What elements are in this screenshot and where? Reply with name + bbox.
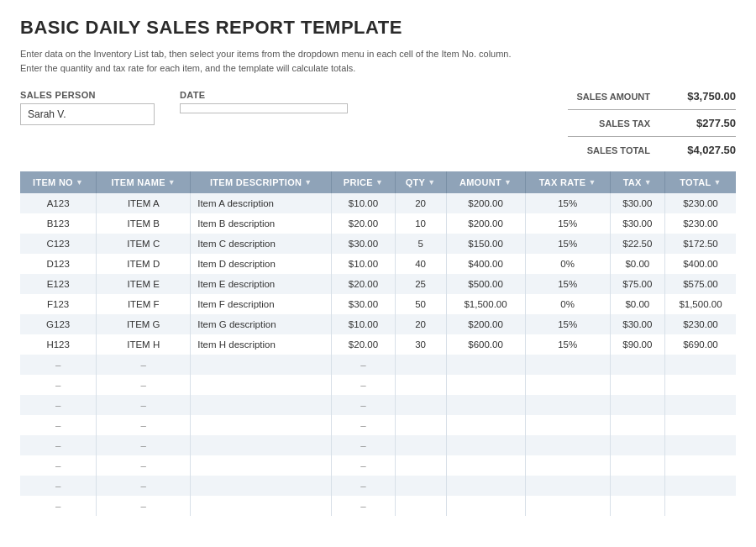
- empty-cell: [525, 375, 610, 395]
- empty-row: –––: [20, 496, 736, 516]
- th-amount[interactable]: AMOUNT▼: [446, 171, 525, 193]
- empty-cell: –: [20, 496, 97, 516]
- empty-cell: [664, 476, 736, 496]
- empty-cell: –: [332, 455, 395, 476]
- table-cell: $200.00: [446, 314, 525, 334]
- table-cell: 15%: [525, 193, 610, 213]
- empty-cell: [525, 435, 610, 455]
- table-cell: 15%: [525, 274, 610, 294]
- table-cell: Item A description: [191, 193, 332, 213]
- empty-cell: [610, 476, 664, 496]
- table-cell: $575.00: [664, 274, 736, 294]
- table-cell: A123: [20, 193, 97, 213]
- empty-cell: [664, 455, 736, 476]
- table-cell: $230.00: [664, 213, 736, 234]
- table-cell: 40: [395, 254, 446, 274]
- empty-cell: –: [20, 415, 97, 435]
- table-cell: $20.00: [332, 274, 395, 294]
- table-cell: 0%: [525, 294, 610, 314]
- table-cell: $22.50: [610, 234, 664, 254]
- empty-cell: [610, 496, 664, 516]
- table-cell: 20: [395, 314, 446, 334]
- table-cell: Item D description: [191, 254, 332, 274]
- empty-cell: [191, 455, 332, 476]
- table-cell: $30.00: [332, 294, 395, 314]
- table-cell: $200.00: [446, 213, 525, 234]
- date-value[interactable]: [180, 103, 348, 113]
- empty-cell: [395, 496, 446, 516]
- empty-cell: [191, 395, 332, 415]
- table-cell: 30: [395, 334, 446, 355]
- table-cell: G123: [20, 314, 97, 334]
- table-cell: B123: [20, 213, 97, 234]
- table-cell: Item H description: [191, 334, 332, 355]
- table-cell: ITEM D: [97, 254, 191, 274]
- empty-row: –––: [20, 435, 736, 455]
- dropdown-arrow-qty: ▼: [428, 178, 435, 187]
- empty-cell: [191, 435, 332, 455]
- top-section: SALES PERSON Sarah V. DATE SALES AMOUNT …: [20, 90, 736, 156]
- empty-cell: [664, 415, 736, 435]
- empty-cell: [525, 355, 610, 375]
- table-cell: $150.00: [446, 234, 525, 254]
- table-cell: $20.00: [332, 213, 395, 234]
- empty-cell: –: [97, 395, 191, 415]
- empty-cell: [664, 355, 736, 375]
- empty-row: –––: [20, 476, 736, 496]
- empty-cell: [191, 496, 332, 516]
- table-cell: 5: [395, 234, 446, 254]
- th-tax-rate[interactable]: TAX RATE▼: [525, 171, 610, 193]
- th-item-name[interactable]: ITEM NAME▼: [97, 171, 191, 193]
- sales-tax-row: SALES TAX $277.50: [568, 117, 736, 129]
- table-cell: $172.50: [664, 234, 736, 254]
- empty-cell: –: [332, 355, 395, 375]
- empty-cell: –: [332, 476, 395, 496]
- th-item-desc[interactable]: ITEM DESCRIPTION▼: [191, 171, 332, 193]
- table-header-row: ITEM NO▼ ITEM NAME▼ ITEM DESCRIPTION▼ PR…: [20, 171, 736, 193]
- table-cell: 25: [395, 274, 446, 294]
- table-row: F123ITEM FItem F description$30.0050$1,5…: [20, 294, 736, 314]
- dropdown-arrow-item-desc: ▼: [304, 178, 312, 187]
- empty-cell: [395, 435, 446, 455]
- empty-cell: –: [97, 415, 191, 435]
- empty-cell: [664, 496, 736, 516]
- table-cell: $30.00: [332, 234, 395, 254]
- table-cell: Item F description: [191, 294, 332, 314]
- table-cell: $400.00: [664, 254, 736, 274]
- th-total[interactable]: TOTAL▼: [664, 171, 736, 193]
- table-cell: $30.00: [610, 213, 664, 234]
- empty-cell: [191, 355, 332, 375]
- empty-row: –––: [20, 455, 736, 476]
- empty-cell: [664, 395, 736, 415]
- table-cell: C123: [20, 234, 97, 254]
- th-tax[interactable]: TAX▼: [610, 171, 664, 193]
- table-cell: ITEM E: [97, 274, 191, 294]
- empty-cell: [446, 375, 525, 395]
- date-field: DATE: [180, 90, 348, 113]
- sales-amount-label: SALES AMOUNT: [568, 92, 660, 102]
- empty-cell: [525, 496, 610, 516]
- empty-cell: –: [97, 476, 191, 496]
- instructions-block: Enter data on the Inventory List tab, th…: [20, 47, 736, 75]
- sales-total-label: SALES TOTAL: [568, 145, 660, 155]
- empty-cell: –: [332, 435, 395, 455]
- empty-cell: [395, 395, 446, 415]
- th-qty[interactable]: QTY▼: [395, 171, 446, 193]
- th-item-no[interactable]: ITEM NO▼: [20, 171, 97, 193]
- sales-person-value: Sarah V.: [20, 103, 155, 125]
- empty-cell: [610, 415, 664, 435]
- empty-cell: –: [332, 375, 395, 395]
- table-cell: $400.00: [446, 254, 525, 274]
- table-cell: $200.00: [446, 193, 525, 213]
- empty-cell: –: [20, 455, 97, 476]
- empty-cell: [395, 355, 446, 375]
- date-label: DATE: [180, 90, 348, 100]
- table-cell: $230.00: [664, 193, 736, 213]
- table-cell: ITEM B: [97, 213, 191, 234]
- th-price[interactable]: PRICE▼: [332, 171, 395, 193]
- empty-cell: [610, 395, 664, 415]
- empty-cell: –: [332, 496, 395, 516]
- empty-row: –––: [20, 375, 736, 395]
- table-row: H123ITEM HItem H description$20.0030$600…: [20, 334, 736, 355]
- table-cell: Item G description: [191, 314, 332, 334]
